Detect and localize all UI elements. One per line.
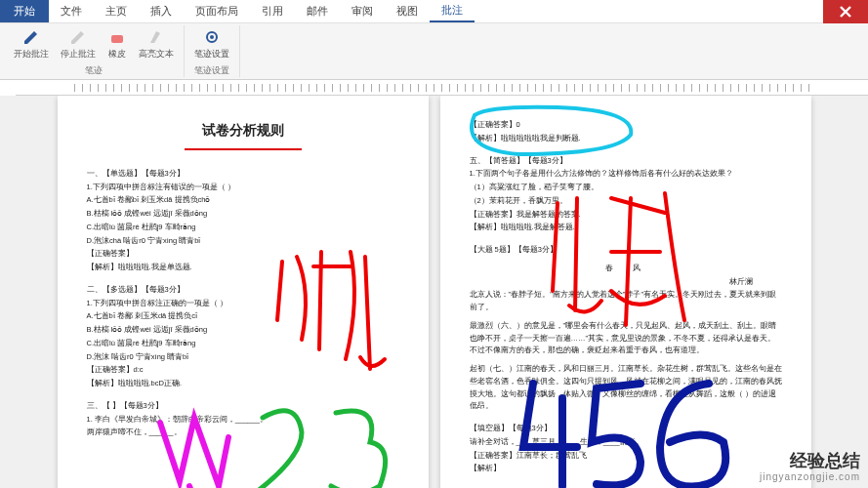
q3-header: 三、【 】【每题3分】 [87,400,399,413]
tab-annotate[interactable]: 批注 [430,0,475,22]
tab-file[interactable]: 文件 [49,0,94,22]
tab-layout[interactable]: 页面布局 [184,0,250,22]
tab-view[interactable]: 视图 [385,0,430,22]
watermark: 经验总结 jingyanzongjie.com [760,452,860,482]
q5-header: 五、【简答题】【每题3分】 [470,155,782,168]
ribbon-toolbar: 开始批注 停止批注 橡皮 高亮文本 笔迹 笔迹设置 笔迹设置 [0,23,868,80]
tab-review[interactable]: 审阅 [340,0,385,22]
q1-header: 一、【单选题】【每题3分】 [87,168,399,181]
group-label-ink: 笔迹 [85,64,103,77]
highlight-icon [146,27,166,47]
q2-header: 二、【多选题】【每题3分】 [87,284,399,297]
horizontal-ruler[interactable] [16,80,868,96]
start-annotate-button[interactable]: 开始批注 [10,25,53,62]
pen-icon [21,27,41,47]
gear-icon [202,27,222,47]
tab-references[interactable]: 引用 [250,0,295,22]
svg-rect-0 [111,35,123,43]
eraser-icon [107,27,127,47]
q6-header: 【大题 5题】【每题3分】 [470,244,782,257]
file-tab[interactable]: 开始 [0,0,49,22]
watermark-title: 经验总结 [760,452,860,471]
tab-home[interactable]: 主页 [94,0,139,22]
ink-settings-button[interactable]: 笔迹设置 [190,25,233,62]
poem-title: 春 风 [470,263,782,275]
document-page-1[interactable]: 试卷分析规则 一、【单选题】【每题3分】 1.下列四项中拼音标注有错误的一项是（… [58,96,429,488]
tab-insert[interactable]: 插入 [139,0,184,22]
fill-header: 【填空题】【每题3分】 [470,423,782,435]
document-workspace[interactable]: 试卷分析规则 一、【单选题】【每题3分】 1.下列四项中拼音标注有错误的一项是（… [0,96,868,488]
watermark-url: jingyanzongjie.com [760,471,860,482]
stop-annotate-button[interactable]: 停止批注 [57,25,100,62]
tab-mail[interactable]: 邮件 [295,0,340,22]
close-button[interactable] [823,0,868,23]
document-page-2[interactable]: 【正确答案】0 【解析】啦啦啦啦啦我是判断题. 五、【简答题】【每题3分】 1.… [440,96,811,488]
poem-author: 林斤澜 [470,276,753,289]
close-icon [839,5,852,19]
eraser-button[interactable]: 橡皮 [103,25,131,62]
page-title: 试卷分析规则 [87,119,399,142]
title-underline [185,148,302,150]
group-label-ink-settings: 笔迹设置 [194,64,229,77]
pen-stop-icon [68,27,88,47]
svg-point-2 [210,35,214,39]
highlight-button[interactable]: 高亮文本 [135,25,178,62]
